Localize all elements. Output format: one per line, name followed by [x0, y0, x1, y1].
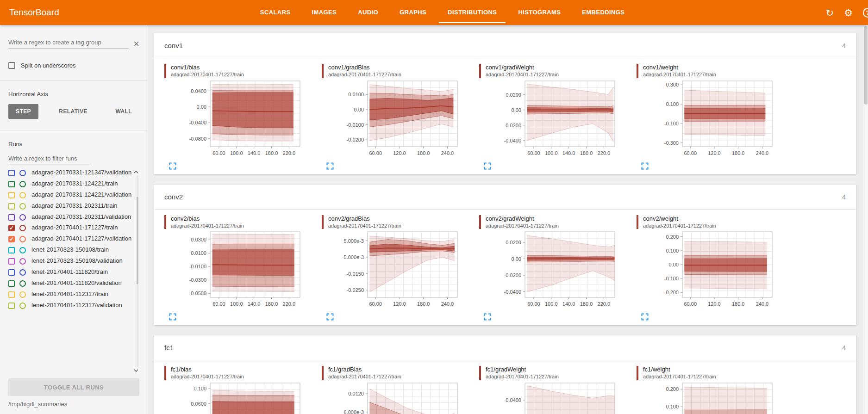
close-icon[interactable]: ×	[133, 39, 139, 49]
run-checkbox[interactable]	[8, 258, 15, 265]
run-color-radio[interactable]	[19, 291, 26, 298]
run-item[interactable]: adagrad-20170331-124221/validation	[8, 191, 132, 199]
run-list-scrollbar-thumb[interactable]	[137, 197, 138, 284]
tab-images[interactable]: IMAGES	[301, 0, 348, 25]
expand-chart-icon[interactable]	[641, 162, 649, 170]
expand-chart-icon[interactable]	[641, 313, 649, 321]
chart-title-block: fc1/gradWeightadagrad-20170401-171227/tr…	[479, 366, 618, 380]
expand-chart-icon[interactable]	[326, 162, 334, 170]
main-scrollbar[interactable]	[863, 25, 868, 414]
settings-icon[interactable]: ⚙	[844, 8, 853, 18]
run-checkbox[interactable]	[8, 203, 15, 210]
run-label: lenet-20170401-111820/validation	[31, 279, 122, 287]
run-checkbox[interactable]	[8, 192, 15, 198]
expand-chart-icon[interactable]	[484, 313, 491, 321]
svg-text:-0.0200: -0.0200	[504, 122, 521, 128]
chart-title-block: conv2/gradWeightadagrad-20170401-171227/…	[479, 215, 618, 229]
split-underscores-checkbox[interactable]	[8, 62, 15, 69]
run-checkbox[interactable]	[8, 181, 15, 187]
tab-histograms[interactable]: HISTOGRAMS	[507, 0, 571, 25]
card-header[interactable]: conv24	[154, 185, 856, 210]
help-icon[interactable]: ?	[863, 8, 868, 18]
run-item[interactable]: lenet-20170323-150108/validation	[8, 257, 132, 265]
run-checkbox[interactable]	[8, 214, 15, 221]
svg-text:140.0: 140.0	[562, 301, 575, 307]
scroll-down-icon[interactable]	[133, 368, 139, 373]
run-label: adagrad-20170331-121347/validation	[31, 169, 131, 177]
horizontal-axis-label: Horizontal Axis	[8, 91, 139, 98]
run-checkbox[interactable]	[8, 291, 15, 298]
expand-chart-icon[interactable]	[169, 313, 176, 321]
svg-text:-0.0100: -0.0100	[347, 122, 364, 127]
axis-mode-group: STEPRELATIVEWALL	[8, 104, 139, 119]
card-header[interactable]: fc14	[154, 335, 856, 360]
run-color-radio[interactable]	[19, 269, 26, 276]
expand-chart-icon[interactable]	[326, 313, 334, 321]
run-item[interactable]: adagrad-20170331-202311/train	[8, 202, 132, 210]
run-item[interactable]: adagrad-20170331-121347/validation	[8, 169, 132, 177]
axis-mode-step[interactable]: STEP	[8, 104, 38, 119]
run-label: adagrad-20170331-202311/validation	[31, 213, 131, 221]
run-checkbox[interactable]	[8, 170, 15, 176]
tag-group-regex-input[interactable]	[8, 37, 129, 49]
run-item[interactable]: ✓adagrad-20170401-171227/validation	[8, 235, 132, 243]
run-item[interactable]: ✓adagrad-20170401-171227/train	[8, 224, 132, 232]
runs-filter-input[interactable]	[8, 153, 90, 165]
run-color-radio[interactable]	[19, 236, 26, 242]
svg-text:180.0: 180.0	[580, 150, 593, 156]
svg-text:0.0400: 0.0400	[191, 88, 206, 93]
run-color-radio[interactable]	[19, 192, 26, 198]
axis-mode-wall[interactable]: WALL	[108, 104, 139, 119]
svg-text:-0.100: -0.100	[664, 276, 679, 281]
expand-chart-icon[interactable]	[484, 162, 491, 170]
run-color-radio[interactable]	[19, 247, 26, 253]
svg-text:-0.0800: -0.0800	[189, 136, 206, 141]
distribution-plot: 0.04000.00-0.040060.00100.0140.0180.0220…	[479, 381, 618, 414]
run-checkbox[interactable]	[8, 247, 15, 253]
run-item[interactable]: lenet-20170401-111820/validation	[8, 279, 132, 287]
card-header[interactable]: conv14	[154, 33, 856, 58]
scroll-up-icon[interactable]	[133, 170, 139, 174]
run-color-radio[interactable]	[19, 280, 26, 287]
run-color-radio[interactable]	[19, 225, 26, 231]
expand-chart-icon[interactable]	[169, 162, 176, 170]
tab-scalars[interactable]: SCALARS	[250, 0, 301, 25]
run-color-radio[interactable]	[19, 181, 26, 187]
run-checkbox[interactable]	[8, 269, 15, 276]
charts-row: fc1/biasadagrad-20170401-171227/train0.1…	[154, 360, 856, 414]
tab-audio[interactable]: AUDIO	[347, 0, 389, 25]
run-item[interactable]: lenet-20170323-150108/train	[8, 246, 132, 254]
run-color-radio[interactable]	[19, 258, 26, 265]
run-checkbox[interactable]: ✓	[8, 236, 15, 242]
svg-text:-0.0200: -0.0200	[347, 137, 364, 142]
run-item[interactable]: lenet-20170401-112317/validation	[8, 302, 132, 309]
run-checkbox[interactable]	[8, 280, 15, 287]
svg-text:100.0: 100.0	[545, 150, 558, 156]
axis-mode-relative[interactable]: RELATIVE	[51, 104, 95, 119]
run-color-radio[interactable]	[19, 214, 26, 221]
run-color-radio[interactable]	[19, 303, 26, 309]
run-item[interactable]: adagrad-20170331-202311/validation	[8, 213, 132, 221]
toggle-all-runs-button[interactable]: TOGGLE ALL RUNS	[8, 378, 139, 396]
run-item[interactable]: lenet-20170401-112317/train	[8, 290, 132, 298]
run-checkbox[interactable]	[8, 303, 15, 309]
run-label: lenet-20170323-150108/validation	[31, 257, 123, 265]
distribution-plot: 0.3000.100-0.100-0.30060.00120.0180.0240…	[637, 79, 775, 157]
refresh-icon[interactable]: ↻	[826, 8, 834, 18]
split-underscores-row[interactable]: Split on underscores	[8, 62, 139, 69]
svg-text:-0.100: -0.100	[664, 120, 679, 126]
tab-embeddings[interactable]: EMBEDDINGS	[571, 0, 635, 25]
main-scrollbar-thumb[interactable]	[864, 26, 868, 105]
run-checkbox[interactable]: ✓	[8, 225, 15, 231]
tab-distributions[interactable]: DISTRIBUTIONS	[437, 0, 507, 25]
svg-text:180.0: 180.0	[265, 301, 278, 307]
chart-run-name: adagrad-20170401-171227/train	[643, 222, 775, 229]
run-color-radio[interactable]	[19, 170, 26, 176]
run-item[interactable]: lenet-20170401-111820/train	[8, 268, 132, 276]
chart-run-name: adagrad-20170401-171227/train	[486, 222, 618, 229]
run-color-radio[interactable]	[19, 203, 26, 210]
run-item[interactable]: adagrad-20170331-124221/train	[8, 180, 132, 188]
svg-text:180.0: 180.0	[732, 301, 745, 307]
chart-name: conv2/bias	[171, 215, 303, 222]
tab-graphs[interactable]: GRAPHS	[389, 0, 437, 25]
